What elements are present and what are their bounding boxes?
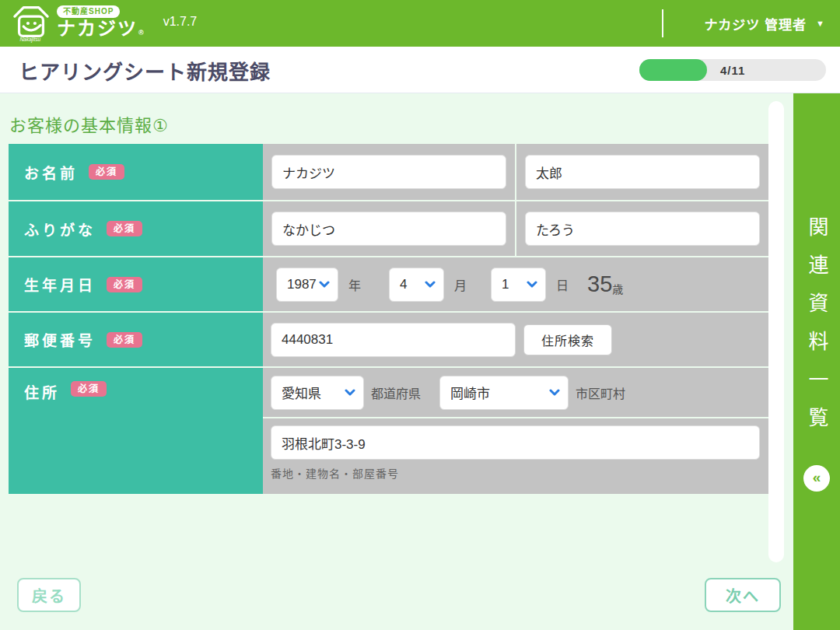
- chevron-down-icon: [319, 281, 330, 288]
- furigana-value-cell: [263, 201, 768, 256]
- form-row-name: お名前 必須: [9, 144, 768, 200]
- age-value: 35: [587, 271, 612, 297]
- chevron-down-icon: [527, 281, 537, 288]
- app-header: Nakajitsu 不動産SHOP ナカジツ® v1.7.7 ナカジツ 管理者 …: [0, 0, 840, 47]
- shop-badge: 不動産SHOP: [57, 5, 120, 18]
- name-label-cell: お名前 必須: [9, 144, 263, 200]
- user-name[interactable]: ナカジツ 管理者: [704, 14, 807, 33]
- postal-value-cell: 住所検索: [263, 313, 768, 366]
- day-unit-label: 日: [556, 275, 569, 294]
- month-unit-label: 月: [454, 275, 467, 294]
- back-button[interactable]: 戻る: [17, 578, 81, 612]
- form-row-furigana: ふりがな 必須: [9, 201, 768, 256]
- address-value-cell: 愛知県 都道府県 岡崎市 市区町村 番地・建物名・部屋番号: [263, 368, 768, 494]
- city-select[interactable]: 岡崎市: [439, 376, 569, 410]
- brand-logo: Nakajitsu 不動産SHOP ナカジツ® v1.7.7: [11, 4, 197, 43]
- title-bar: ヒアリングシート新規登録 4/11: [0, 47, 840, 93]
- registered-mark: ®: [138, 29, 145, 37]
- required-badge: 必須: [107, 221, 142, 236]
- chevron-down-icon: [549, 389, 560, 396]
- prefecture-select[interactable]: 愛知県: [271, 376, 364, 410]
- address-label-cell: 住所 必須: [9, 368, 263, 494]
- address-search-button[interactable]: 住所検索: [523, 324, 612, 355]
- chevron-down-icon: [425, 281, 436, 288]
- city-unit-label: 市区町村: [576, 383, 625, 402]
- birthdate-label-cell: 生年月日 必須: [9, 257, 263, 311]
- nakajitsu-script-text: Nakajitsu: [19, 37, 40, 43]
- progress-label: 4/11: [720, 64, 745, 77]
- last-name-kana-input[interactable]: [271, 212, 506, 246]
- name-label: お名前: [24, 162, 78, 183]
- brand-name: ナカジツ®: [57, 18, 145, 40]
- chevron-down-icon[interactable]: ▼: [816, 19, 824, 28]
- next-button[interactable]: 次へ: [705, 578, 781, 612]
- birthdate-label: 生年月日: [24, 274, 96, 295]
- collapse-chevron-icon[interactable]: «: [803, 465, 830, 492]
- related-documents-rail: 関連資料一覧 «: [793, 93, 840, 630]
- brand-text: 不動産SHOP ナカジツ®: [57, 5, 145, 40]
- progress-bar: 4/11: [639, 59, 826, 81]
- postal-label: 郵便番号: [24, 329, 96, 350]
- page-title: ヒアリングシート新規登録: [19, 55, 271, 84]
- furigana-label-cell: ふりがな 必須: [9, 201, 263, 256]
- required-badge: 必須: [107, 332, 142, 348]
- address-detail-input[interactable]: [271, 425, 760, 460]
- furigana-label: ふりがな: [24, 219, 96, 240]
- progress-bar-fill: [639, 59, 707, 81]
- required-badge: 必須: [89, 164, 124, 180]
- age-unit-label: 歳: [612, 281, 623, 296]
- required-badge: 必須: [71, 381, 107, 397]
- birthdate-value-cell: 1987 年 4 月 1 日 35 歳: [263, 257, 768, 311]
- year-unit-label: 年: [348, 275, 361, 294]
- address-label: 住所: [24, 381, 60, 402]
- postal-code-input[interactable]: [271, 323, 516, 357]
- prefecture-unit-label: 都道府県: [371, 383, 421, 402]
- form-row-address: 住所 必須 愛知県 都道府県 岡崎市 市区町村: [9, 368, 768, 494]
- first-name-input[interactable]: [525, 155, 760, 189]
- form-row-postal: 郵便番号 必須 住所検索: [9, 313, 768, 366]
- section-title: お客様の基本情報①: [9, 111, 169, 136]
- address-helper-text: 番地・建物名・部屋番号: [271, 465, 768, 481]
- first-name-kana-input[interactable]: [525, 212, 760, 246]
- birth-day-select[interactable]: 1: [491, 268, 546, 302]
- app-version: v1.7.7: [163, 15, 198, 29]
- user-menu[interactable]: ナカジツ 管理者 ▼: [662, 9, 824, 37]
- birth-year-select[interactable]: 1987: [276, 268, 338, 302]
- chevron-down-icon: [345, 389, 355, 396]
- birth-month-select[interactable]: 4: [389, 268, 444, 302]
- related-documents-label: 関連資料一覧: [807, 216, 827, 445]
- name-value-cell: [263, 144, 768, 200]
- required-badge: 必須: [107, 277, 142, 292]
- header-divider: [662, 9, 663, 37]
- last-name-input[interactable]: [271, 155, 506, 189]
- main-area: お客様の基本情報① お名前 必須 ふりがな 必須: [0, 93, 840, 630]
- customer-info-form: お名前 必須 ふりがな 必須: [9, 144, 768, 495]
- form-row-birthdate: 生年月日 必須 1987 年 4 月 1 日 35: [9, 257, 768, 311]
- house-mascot-icon: Nakajitsu: [11, 4, 51, 43]
- scrollbar[interactable]: [768, 101, 784, 562]
- postal-label-cell: 郵便番号 必須: [9, 313, 263, 366]
